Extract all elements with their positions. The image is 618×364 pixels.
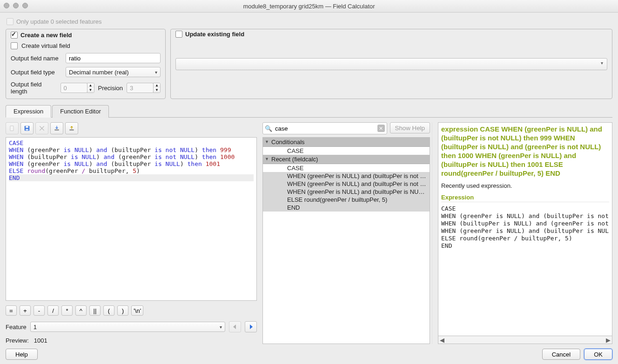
operator-button[interactable]: ) [117, 305, 128, 316]
svg-marker-6 [233, 324, 236, 329]
function-search-input[interactable] [274, 125, 377, 132]
operator-button[interactable]: ( [103, 305, 114, 316]
tree-item[interactable]: END [263, 204, 430, 212]
window-title: module8_temporary grid25km — Field Calcu… [243, 3, 375, 10]
svg-rect-3 [26, 129, 28, 131]
new-file-button[interactable] [6, 122, 19, 134]
tree-item[interactable]: WHEN (greenPer is NULL) and (builtupPer … [263, 172, 430, 180]
clear-button[interactable] [35, 122, 48, 134]
length-spin-buttons: ▲▼ [87, 83, 94, 93]
tab-function-editor[interactable]: Function Editor [52, 105, 108, 118]
svg-marker-7 [250, 324, 253, 329]
ok-button[interactable]: OK [584, 349, 612, 360]
import-button[interactable] [50, 122, 63, 134]
save-button[interactable] [20, 122, 34, 134]
operator-button[interactable]: + [20, 305, 31, 316]
svg-rect-0 [10, 126, 13, 131]
tree-item[interactable]: WHEN (greenPer is NULL) and (builtupPer … [263, 188, 430, 196]
function-search[interactable]: 🔍 ✕ [262, 122, 387, 134]
help-recently-used: Recently used expression. [441, 182, 609, 189]
operator-button[interactable]: - [34, 305, 45, 316]
help-horizontal-scrollbar[interactable]: ◀ ▶ [438, 336, 612, 344]
close-icon[interactable] [4, 3, 9, 8]
operator-button[interactable]: ^ [75, 305, 87, 316]
operator-button[interactable]: * [61, 305, 73, 316]
show-help-button[interactable]: Show Help [390, 122, 430, 133]
output-field-type-combo[interactable]: Decimal number (real) [66, 67, 161, 77]
only-update-selected-checkbox [7, 18, 13, 25]
scroll-left-icon[interactable]: ◀ [438, 337, 446, 344]
editor-tabbar: Expression Function Editor [6, 105, 612, 118]
output-field-length-input [60, 83, 87, 93]
operator-button[interactable]: '\n' [131, 305, 143, 316]
output-field-name-label: Output field name [11, 55, 62, 62]
help-button[interactable]: Help [6, 349, 38, 360]
feature-next-button[interactable] [245, 321, 257, 332]
help-panel: expression CASE WHEN (greenPer is NULL) … [438, 122, 612, 336]
window-traffic-lights [4, 3, 28, 8]
update-existing-field-label: Update existing field [185, 31, 244, 38]
preview-label: Preview: [6, 337, 29, 344]
cancel-button[interactable]: Cancel [542, 349, 580, 360]
create-new-field-checkbox[interactable] [11, 32, 18, 39]
dialog-footer: Help Cancel OK [0, 344, 618, 364]
svg-rect-5 [69, 129, 74, 130]
help-title: expression CASE WHEN (greenPer is NULL) … [441, 125, 609, 178]
svg-rect-4 [54, 129, 59, 130]
editor-toolbar [6, 122, 257, 134]
tree-item[interactable]: CASE [263, 164, 430, 172]
feature-prev-button[interactable] [229, 321, 241, 332]
operator-button[interactable]: = [6, 305, 17, 316]
update-existing-field-group: Update existing field [170, 29, 612, 99]
svg-rect-2 [26, 126, 28, 128]
zoom-icon[interactable] [22, 3, 28, 8]
help-expression-heading: Expression [441, 194, 609, 202]
feature-value: 1 [34, 324, 37, 331]
create-virtual-field-checkbox[interactable] [11, 42, 18, 49]
chevron-down-icon: ▼ [265, 157, 269, 161]
precision-label: Precision [98, 85, 123, 92]
output-field-type-value: Decimal number (real) [69, 69, 129, 76]
create-virtual-field-label: Create virtual field [21, 42, 70, 49]
create-new-field-group: Create a new field Create virtual field … [6, 29, 166, 99]
scroll-right-icon[interactable]: ▶ [605, 337, 612, 344]
window-titlebar: module8_temporary grid25km — Field Calcu… [0, 0, 618, 13]
tree-item[interactable]: WHEN (greenPer is NULL) and (builtupPer … [263, 180, 430, 188]
expression-editor[interactable]: CASE WHEN (greenPer is NULL) and (builtu… [6, 137, 257, 301]
search-icon: 🔍 [265, 125, 272, 132]
output-field-type-label: Output field type [11, 69, 62, 76]
chevron-down-icon: ▼ [265, 139, 269, 144]
tree-group-header[interactable]: ▼Conditionals [263, 138, 430, 147]
precision-spin-buttons: ▲▼ [153, 83, 161, 93]
precision-input [127, 83, 154, 93]
feature-label: Feature [6, 324, 27, 331]
tree-item[interactable]: ELSE round(greenPer / builtupPer, 5) [263, 196, 430, 204]
tree-group-header[interactable]: ▼Recent (fieldcalc) [263, 155, 430, 164]
operator-row: =+-/*^||()'\n' [6, 305, 257, 316]
minimize-icon[interactable] [13, 3, 19, 8]
only-update-selected-label: Only update 0 selected features [16, 18, 102, 25]
only-update-selected-row: Only update 0 selected features [6, 17, 612, 29]
tab-expression[interactable]: Expression [6, 105, 51, 118]
tree-item[interactable]: CASE [263, 147, 430, 155]
output-field-length-label: Output field length [11, 81, 57, 95]
preview-value: 1001 [34, 337, 47, 344]
function-tree[interactable]: ▼ConditionalsCASE▼Recent (fieldcalc)CASE… [262, 137, 430, 344]
operator-button[interactable]: / [47, 305, 59, 316]
update-existing-field-checkbox[interactable] [175, 31, 182, 38]
output-field-name-input[interactable] [66, 53, 161, 63]
operator-button[interactable]: || [89, 305, 101, 316]
create-new-field-label: Create a new field [20, 32, 72, 39]
clear-search-icon[interactable]: ✕ [377, 125, 385, 132]
existing-field-combo[interactable] [175, 58, 607, 70]
feature-combo[interactable]: 1 [30, 322, 225, 332]
export-button[interactable] [65, 122, 78, 134]
help-expression-body: CASE WHEN (greenPer is NULL) and (builtu… [441, 205, 609, 250]
